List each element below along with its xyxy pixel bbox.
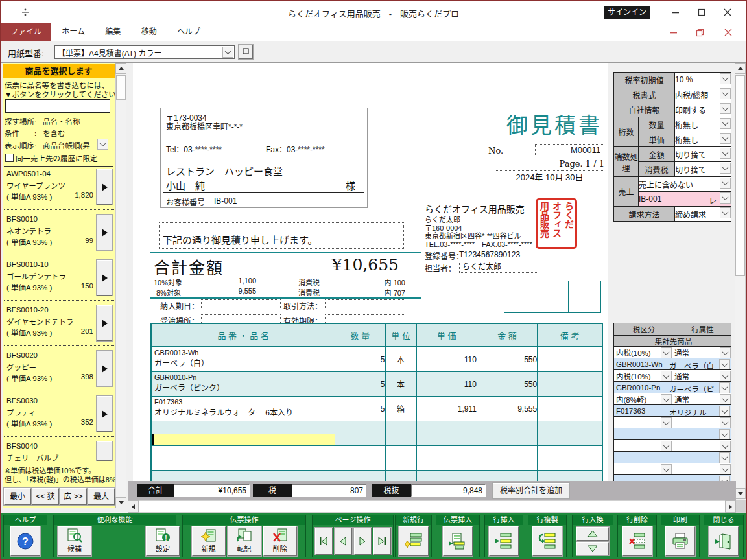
insert-product-button[interactable] xyxy=(97,169,112,205)
edit-cursor-cell[interactable] xyxy=(152,434,335,445)
row-attr-select[interactable]: 通常 xyxy=(672,370,731,382)
insert-product-button[interactable] xyxy=(97,215,112,250)
scroll-left-icon[interactable] xyxy=(128,500,139,513)
transfer-slip-button[interactable]: 転記 xyxy=(228,526,261,556)
insert-product-button[interactable] xyxy=(97,305,112,341)
digits-qty-select[interactable]: 桁無し xyxy=(675,117,731,132)
menu-file[interactable]: ファイル xyxy=(1,23,51,41)
table-row[interactable]: GBR0013-Whガーベラ（白） 5 本 110 550 xyxy=(151,347,602,372)
paper-type-detail-button[interactable] xyxy=(239,45,253,59)
row-product[interactable]: GBR0013-Whガーベラ（白 xyxy=(614,358,731,370)
scroll-down-icon[interactable] xyxy=(735,488,746,499)
row-product[interactable]: GBR0010-Pnガーベラ（ピ xyxy=(614,382,731,393)
digits-price-select[interactable]: 桁無し xyxy=(675,132,731,147)
row-up-button[interactable] xyxy=(576,527,609,541)
table-row[interactable] xyxy=(151,446,602,471)
child-restore-button[interactable] xyxy=(691,26,708,39)
doc-no-field[interactable]: M00011 xyxy=(535,144,604,156)
row-attr-select[interactable]: 通常 xyxy=(672,393,731,405)
product-search-input[interactable] xyxy=(5,99,110,113)
list-min-button[interactable]: 最小 xyxy=(4,488,31,505)
row-product[interactable] xyxy=(614,452,731,463)
scroll-right-icon[interactable] xyxy=(725,500,736,513)
scroll-up-icon[interactable] xyxy=(735,63,746,74)
first-page-button[interactable] xyxy=(315,528,333,555)
table-row[interactable]: F017363オリジナルミネラルウォーター 6本入り 5 箱 1,911 9,5… xyxy=(151,397,602,421)
help-button[interactable]: ? xyxy=(10,526,40,556)
prev-page-button[interactable] xyxy=(335,528,352,555)
sidebar-scrollbar[interactable] xyxy=(115,63,126,508)
table-row[interactable] xyxy=(151,471,602,482)
tax-format-select[interactable]: 内税/総額 xyxy=(675,88,731,102)
main-vertical-scrollbar[interactable] xyxy=(735,63,746,499)
menu-edit[interactable]: 編集 xyxy=(96,23,130,41)
close-form-button[interactable] xyxy=(709,526,739,556)
insert-product-button[interactable] xyxy=(97,441,112,461)
row-attr-select[interactable]: 通常 xyxy=(672,347,731,358)
maximize-button[interactable] xyxy=(694,5,709,19)
add-tax-subtotal-button[interactable]: 税率別合計を追加 xyxy=(493,483,569,498)
scroll-thumb[interactable] xyxy=(116,75,126,100)
close-button[interactable] xyxy=(720,5,735,19)
duplicate-row-button[interactable] xyxy=(532,526,562,556)
settings-button[interactable]: ! 設定 xyxy=(146,526,180,556)
main-horizontal-scrollbar[interactable] xyxy=(128,500,736,513)
scroll-thumb[interactable] xyxy=(735,75,745,276)
menu-home[interactable]: ホーム xyxy=(53,23,94,41)
candidates-button[interactable]: 候補 xyxy=(58,526,91,556)
sales-customer-select[interactable]: IB-001レ xyxy=(639,192,731,207)
list-narrow-button[interactable]: << 狭 xyxy=(32,488,59,505)
menu-help[interactable]: ヘルプ xyxy=(168,23,209,41)
row-attr-select[interactable] xyxy=(672,440,731,452)
table-row-active[interactable] xyxy=(151,421,602,446)
insert-product-button[interactable] xyxy=(97,260,112,296)
print-button[interactable] xyxy=(665,526,695,556)
insert-product-button[interactable] xyxy=(97,396,112,432)
child-minimize-button[interactable] xyxy=(665,26,682,39)
row-product[interactable]: F017363オリジナル xyxy=(614,405,731,417)
delete-row-button[interactable] xyxy=(622,526,652,556)
rounding-tax-select[interactable]: 切り捨て xyxy=(675,162,731,177)
table-row[interactable]: GBR0010-Pnガーベラ（ピンク） 5 本 110 550 xyxy=(151,372,602,397)
row-down-button[interactable] xyxy=(576,542,609,555)
row-tax-select[interactable]: 内税(10%) xyxy=(614,370,672,382)
order-select-chevron-icon[interactable] xyxy=(97,139,108,150)
row-tax-select[interactable]: 内税(10%) xyxy=(614,347,672,358)
row-product[interactable] xyxy=(614,428,731,440)
row-tax-select[interactable]: 内(8%軽) xyxy=(614,393,672,405)
signin-button[interactable]: サインイン xyxy=(604,6,650,19)
row-attr-select[interactable] xyxy=(672,417,731,428)
row-tax-select[interactable] xyxy=(614,417,672,428)
paper-type-select[interactable]: 【単票】A4見積書(AT) カラー xyxy=(54,45,235,59)
chevron-down-icon[interactable] xyxy=(222,47,233,58)
row-tax-select[interactable] xyxy=(614,440,672,452)
new-row-button[interactable] xyxy=(399,526,429,556)
company-info-select[interactable]: 印刷する xyxy=(675,102,731,117)
insert-slip-button[interactable] xyxy=(443,526,473,556)
rounding-amount-select[interactable]: 切り捨て xyxy=(675,147,731,162)
list-max-button[interactable]: 最大 xyxy=(88,488,115,505)
sales-option-select[interactable]: 売上に含めない xyxy=(639,177,731,192)
scroll-up-icon[interactable] xyxy=(115,63,126,74)
new-slip-button[interactable]: 新規 xyxy=(192,526,226,556)
minimize-button[interactable] xyxy=(668,5,683,19)
scroll-down-icon[interactable] xyxy=(115,497,126,508)
tax-default-select[interactable]: 10 % xyxy=(675,73,731,88)
delivery-date-field[interactable] xyxy=(201,299,281,310)
staff-name-field[interactable]: らくだ太郎 xyxy=(459,261,538,273)
delete-slip-button[interactable]: 削除 xyxy=(263,526,297,556)
row-attr-select[interactable] xyxy=(672,463,731,475)
greeting-field[interactable]: 下記の通り御見積り申し上げます。 xyxy=(159,233,404,249)
menu-move[interactable]: 移動 xyxy=(132,23,166,41)
greeting-field-empty[interactable] xyxy=(159,222,404,233)
history-checkbox[interactable] xyxy=(5,154,14,162)
row-product[interactable] xyxy=(614,475,731,482)
billing-select[interactable]: 締め請求 xyxy=(675,207,731,222)
row-tax-select[interactable] xyxy=(614,463,672,475)
doc-date-field[interactable]: 2024年 10月 30日 xyxy=(495,170,604,183)
list-wide-button[interactable]: 広 >> xyxy=(60,488,87,505)
last-page-button[interactable] xyxy=(374,528,391,555)
insert-product-button[interactable] xyxy=(97,351,112,386)
next-page-button[interactable] xyxy=(354,528,372,555)
insert-row-button[interactable] xyxy=(489,526,519,556)
